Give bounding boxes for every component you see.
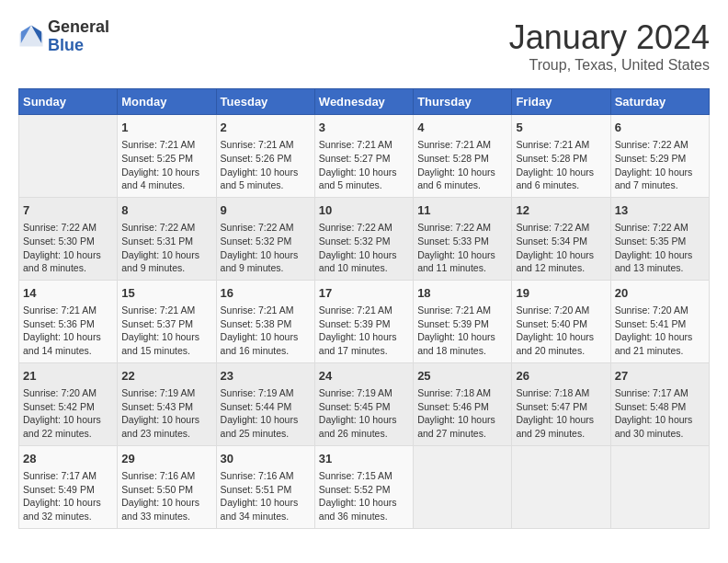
day-cell: [19, 115, 118, 198]
day-info: Sunrise: 7:21 AM Sunset: 5:28 PM Dayligh…: [417, 138, 507, 192]
day-info: Sunrise: 7:22 AM Sunset: 5:29 PM Dayligh…: [615, 138, 705, 192]
calendar-subtitle: Troup, Texas, United States: [509, 57, 710, 74]
day-info: Sunrise: 7:16 AM Sunset: 5:51 PM Dayligh…: [221, 469, 311, 523]
week-row-3: 14Sunrise: 7:21 AM Sunset: 5:36 PM Dayli…: [19, 280, 710, 362]
day-number: 18: [417, 285, 507, 302]
day-cell: 23Sunrise: 7:19 AM Sunset: 5:44 PM Dayli…: [216, 362, 314, 445]
day-number: 17: [319, 285, 409, 302]
day-cell: 14Sunrise: 7:21 AM Sunset: 5:36 PM Dayli…: [19, 280, 118, 362]
day-cell: 12Sunrise: 7:22 AM Sunset: 5:34 PM Dayli…: [512, 197, 610, 280]
column-header-thursday: Thursday: [414, 89, 512, 115]
column-header-friday: Friday: [512, 89, 610, 115]
day-number: 25: [417, 368, 507, 385]
day-cell: 15Sunrise: 7:21 AM Sunset: 5:37 PM Dayli…: [118, 280, 216, 362]
day-number: 28: [23, 451, 113, 467]
calendar-title: January 2024: [509, 18, 710, 57]
day-info: Sunrise: 7:18 AM Sunset: 5:47 PM Dayligh…: [516, 386, 606, 441]
day-info: Sunrise: 7:18 AM Sunset: 5:46 PM Dayligh…: [417, 386, 507, 441]
day-cell: 22Sunrise: 7:19 AM Sunset: 5:43 PM Dayli…: [118, 362, 216, 445]
day-number: 31: [319, 451, 409, 467]
day-cell: 17Sunrise: 7:21 AM Sunset: 5:39 PM Dayli…: [314, 280, 413, 362]
week-row-1: 1Sunrise: 7:21 AM Sunset: 5:25 PM Daylig…: [19, 115, 710, 198]
day-cell: 4Sunrise: 7:21 AM Sunset: 5:28 PM Daylig…: [414, 115, 512, 198]
day-number: 24: [319, 368, 409, 385]
column-header-monday: Monday: [118, 89, 216, 115]
day-number: 26: [516, 368, 606, 385]
day-cell: 25Sunrise: 7:18 AM Sunset: 5:46 PM Dayli…: [414, 362, 512, 445]
day-number: 12: [516, 202, 606, 219]
day-cell: [414, 445, 512, 528]
day-number: 5: [516, 120, 606, 136]
column-header-sunday: Sunday: [19, 89, 118, 115]
day-info: Sunrise: 7:21 AM Sunset: 5:27 PM Dayligh…: [319, 138, 409, 192]
column-header-tuesday: Tuesday: [216, 89, 314, 115]
day-info: Sunrise: 7:21 AM Sunset: 5:25 PM Dayligh…: [121, 138, 211, 192]
day-info: Sunrise: 7:22 AM Sunset: 5:32 PM Dayligh…: [319, 221, 409, 275]
day-info: Sunrise: 7:20 AM Sunset: 5:40 PM Dayligh…: [516, 304, 606, 358]
week-row-5: 28Sunrise: 7:17 AM Sunset: 5:49 PM Dayli…: [19, 445, 710, 528]
day-number: 13: [615, 202, 705, 219]
day-number: 11: [417, 202, 507, 219]
day-cell: 26Sunrise: 7:18 AM Sunset: 5:47 PM Dayli…: [512, 362, 610, 445]
day-info: Sunrise: 7:22 AM Sunset: 5:32 PM Dayligh…: [221, 221, 311, 275]
day-number: 30: [221, 451, 311, 467]
day-cell: 19Sunrise: 7:20 AM Sunset: 5:40 PM Dayli…: [512, 280, 610, 362]
day-number: 27: [615, 368, 705, 385]
day-cell: [512, 445, 610, 528]
day-info: Sunrise: 7:19 AM Sunset: 5:44 PM Dayligh…: [221, 386, 311, 441]
day-info: Sunrise: 7:19 AM Sunset: 5:43 PM Dayligh…: [121, 386, 211, 441]
day-number: 29: [121, 451, 211, 467]
day-number: 22: [121, 368, 211, 385]
column-header-wednesday: Wednesday: [314, 89, 413, 115]
day-cell: 29Sunrise: 7:16 AM Sunset: 5:50 PM Dayli…: [118, 445, 216, 528]
week-row-2: 7Sunrise: 7:22 AM Sunset: 5:30 PM Daylig…: [19, 197, 710, 280]
day-cell: 24Sunrise: 7:19 AM Sunset: 5:45 PM Dayli…: [314, 362, 413, 445]
day-cell: 31Sunrise: 7:15 AM Sunset: 5:52 PM Dayli…: [314, 445, 413, 528]
day-cell: 5Sunrise: 7:21 AM Sunset: 5:28 PM Daylig…: [512, 115, 610, 198]
day-cell: 1Sunrise: 7:21 AM Sunset: 5:25 PM Daylig…: [118, 115, 216, 198]
day-cell: 2Sunrise: 7:21 AM Sunset: 5:26 PM Daylig…: [216, 115, 314, 198]
day-number: 7: [23, 202, 113, 219]
logo-icon: [18, 24, 44, 50]
column-header-saturday: Saturday: [610, 89, 709, 115]
day-cell: 21Sunrise: 7:20 AM Sunset: 5:42 PM Dayli…: [19, 362, 118, 445]
day-number: 1: [121, 120, 211, 136]
day-info: Sunrise: 7:22 AM Sunset: 5:33 PM Dayligh…: [417, 221, 507, 275]
day-info: Sunrise: 7:21 AM Sunset: 5:28 PM Dayligh…: [516, 138, 606, 192]
day-number: 23: [221, 368, 311, 385]
day-number: 15: [121, 285, 211, 302]
day-number: 21: [23, 368, 113, 385]
logo-text: General Blue: [48, 18, 109, 55]
calendar-table: SundayMondayTuesdayWednesdayThursdayFrid…: [18, 88, 710, 529]
day-number: 14: [23, 285, 113, 302]
day-cell: 30Sunrise: 7:16 AM Sunset: 5:51 PM Dayli…: [216, 445, 314, 528]
day-number: 2: [221, 120, 311, 136]
day-info: Sunrise: 7:22 AM Sunset: 5:30 PM Dayligh…: [23, 221, 113, 275]
page-header: General Blue January 2024 Troup, Texas, …: [18, 18, 710, 74]
day-info: Sunrise: 7:20 AM Sunset: 5:42 PM Dayligh…: [23, 386, 113, 441]
day-cell: 16Sunrise: 7:21 AM Sunset: 5:38 PM Dayli…: [216, 280, 314, 362]
day-number: 9: [221, 202, 311, 219]
day-number: 8: [121, 202, 211, 219]
day-info: Sunrise: 7:21 AM Sunset: 5:26 PM Dayligh…: [221, 138, 311, 192]
day-cell: 7Sunrise: 7:22 AM Sunset: 5:30 PM Daylig…: [19, 197, 118, 280]
day-info: Sunrise: 7:22 AM Sunset: 5:34 PM Dayligh…: [516, 221, 606, 275]
day-cell: 11Sunrise: 7:22 AM Sunset: 5:33 PM Dayli…: [414, 197, 512, 280]
day-info: Sunrise: 7:21 AM Sunset: 5:36 PM Dayligh…: [23, 304, 113, 358]
day-number: 10: [319, 202, 409, 219]
day-info: Sunrise: 7:20 AM Sunset: 5:41 PM Dayligh…: [615, 304, 705, 358]
day-cell: [610, 445, 709, 528]
day-cell: 3Sunrise: 7:21 AM Sunset: 5:27 PM Daylig…: [314, 115, 413, 198]
day-info: Sunrise: 7:16 AM Sunset: 5:50 PM Dayligh…: [121, 469, 211, 523]
day-number: 4: [417, 120, 507, 136]
day-number: 3: [319, 120, 409, 136]
day-cell: 28Sunrise: 7:17 AM Sunset: 5:49 PM Dayli…: [19, 445, 118, 528]
day-cell: 9Sunrise: 7:22 AM Sunset: 5:32 PM Daylig…: [216, 197, 314, 280]
day-number: 16: [221, 285, 311, 302]
day-info: Sunrise: 7:17 AM Sunset: 5:48 PM Dayligh…: [615, 386, 705, 441]
day-number: 6: [615, 120, 705, 136]
day-info: Sunrise: 7:21 AM Sunset: 5:38 PM Dayligh…: [221, 304, 311, 358]
day-cell: 20Sunrise: 7:20 AM Sunset: 5:41 PM Dayli…: [610, 280, 709, 362]
day-info: Sunrise: 7:15 AM Sunset: 5:52 PM Dayligh…: [319, 469, 409, 523]
day-info: Sunrise: 7:22 AM Sunset: 5:31 PM Dayligh…: [121, 221, 211, 275]
